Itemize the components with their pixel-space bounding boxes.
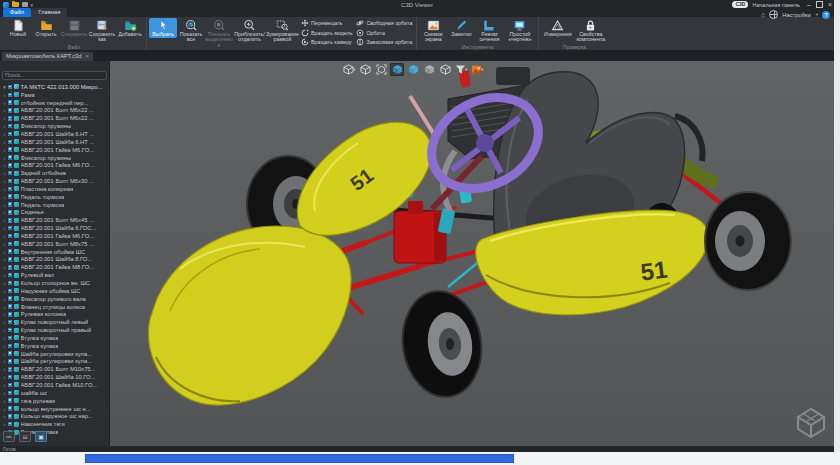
- tree-item[interactable]: ›Фланец ступицы колеса: [2, 303, 107, 311]
- tree-item[interactable]: ›Рулевой вал: [2, 271, 107, 279]
- home-icon[interactable]: ⌂: [761, 11, 765, 18]
- visibility-checkbox[interactable]: [8, 304, 13, 309]
- visibility-checkbox[interactable]: [8, 93, 13, 98]
- tree-item[interactable]: ›Втулка кулака: [2, 342, 107, 350]
- expand-caret-icon[interactable]: ›: [2, 249, 7, 255]
- document-tab[interactable]: Микроавтомобиль КАРТ.c3d ×: [2, 52, 93, 61]
- expand-caret-icon[interactable]: ›: [2, 209, 7, 215]
- tree-item[interactable]: ›Рама: [2, 91, 107, 99]
- expand-caret-icon[interactable]: ›: [2, 233, 7, 239]
- progress-bar[interactable]: [85, 454, 514, 463]
- tab-close-icon[interactable]: ×: [86, 52, 90, 61]
- shaded-mode-icon[interactable]: [390, 63, 404, 76]
- view-orientation-icon[interactable]: ▾: [342, 63, 356, 76]
- visibility-checkbox[interactable]: [8, 234, 13, 239]
- visibility-checkbox[interactable]: [8, 257, 13, 262]
- visibility-checkbox[interactable]: [8, 147, 13, 152]
- visibility-checkbox[interactable]: [8, 328, 13, 333]
- expand-caret-icon[interactable]: ›: [2, 123, 7, 129]
- visibility-checkbox[interactable]: [8, 320, 13, 325]
- expand-caret-icon[interactable]: ›: [2, 327, 7, 333]
- tree-root-item[interactable]: ▾ ТА МКТС 422.013.000 Микро...: [2, 83, 107, 91]
- show-all-button[interactable]: Показать все: [177, 18, 205, 44]
- expand-caret-icon[interactable]: ›: [2, 280, 7, 286]
- expand-caret-icon[interactable]: ›: [2, 398, 7, 404]
- visibility-checkbox[interactable]: [8, 391, 13, 396]
- expand-caret-icon[interactable]: ›: [2, 131, 7, 137]
- fit-all-icon[interactable]: [374, 63, 388, 76]
- tree-item[interactable]: ›Втулка кулака: [2, 334, 107, 342]
- tree-item[interactable]: ›Рулевая колонка: [2, 310, 107, 318]
- orbit-button[interactable]: Орбита: [356, 29, 412, 37]
- visibility-checkbox[interactable]: [8, 265, 13, 270]
- visibility-checkbox[interactable]: [8, 273, 13, 278]
- front-bumper-yellow[interactable]: [148, 226, 351, 405]
- open-folder-icon[interactable]: [12, 2, 19, 7]
- tree-filter-button[interactable]: ≔: [3, 431, 15, 442]
- close-button[interactable]: ×: [828, 0, 832, 9]
- tree-item[interactable]: ›Фиксатор рулевого вала: [2, 295, 107, 303]
- start-panel-button[interactable]: Начальная панель: [752, 2, 800, 8]
- visibility-checkbox[interactable]: [8, 194, 13, 199]
- rotate-camera-button[interactable]: Вращать камеру: [301, 38, 352, 46]
- tree-item[interactable]: ›шайба шс: [2, 389, 107, 397]
- visibility-checkbox[interactable]: [8, 336, 13, 341]
- tree-item[interactable]: ›Кольцо стопорное вн. ШС: [2, 279, 107, 287]
- expand-caret-icon[interactable]: ›: [2, 406, 7, 412]
- display-mode-a-icon[interactable]: [422, 63, 436, 76]
- zoom-in-out-button[interactable]: Приблизить/ отдалить: [233, 18, 266, 44]
- visibility-checkbox[interactable]: [8, 171, 13, 176]
- select-button[interactable]: Выбрать: [149, 18, 177, 38]
- visibility-checkbox[interactable]: [8, 210, 13, 215]
- tree-item[interactable]: ›Сиденье: [2, 209, 107, 217]
- tree-item[interactable]: ›АБВГ.20.001 Шайба 8.ГО...: [2, 256, 107, 264]
- search-input[interactable]: [2, 71, 107, 80]
- wheel-front[interactable]: [396, 286, 488, 402]
- tree-item[interactable]: ›АБВГ.20.001 Гайка М6.ГО...: [2, 161, 107, 169]
- expand-caret-icon[interactable]: ›: [2, 107, 7, 113]
- visibility-checkbox[interactable]: [8, 422, 13, 427]
- tree-item[interactable]: ›Пластина копирная: [2, 185, 107, 193]
- tree-item[interactable]: ›АБВГ.20.001 Болт М6х22 ...: [2, 107, 107, 115]
- visibility-checkbox[interactable]: [8, 367, 13, 372]
- free-orbit-button[interactable]: Свободная орбита: [356, 19, 412, 27]
- tab-file[interactable]: Файл: [3, 8, 31, 17]
- expand-caret-icon[interactable]: ›: [2, 115, 7, 121]
- expand-caret-icon[interactable]: ›: [2, 351, 7, 357]
- tree-item[interactable]: ›Задний отбойник: [2, 169, 107, 177]
- display-mode-b-icon[interactable]: [438, 63, 452, 76]
- expand-caret-icon[interactable]: ›: [2, 202, 7, 208]
- save-as-button[interactable]: Сохранить как: [88, 18, 116, 44]
- expand-caret-icon[interactable]: ›: [2, 217, 7, 223]
- expand-caret-icon[interactable]: ›: [2, 304, 7, 310]
- tab-home[interactable]: Главная: [31, 8, 67, 17]
- expand-caret-icon[interactable]: ›: [2, 343, 7, 349]
- visibility-checkbox[interactable]: [8, 406, 13, 411]
- settings-button[interactable]: Настройки: [782, 12, 810, 18]
- visibility-checkbox[interactable]: [8, 242, 13, 247]
- tree-item[interactable]: ›АБВГ.20.001 Гайка М10.ГО...: [2, 381, 107, 389]
- visibility-checkbox[interactable]: [8, 351, 13, 356]
- tree-item[interactable]: ›АБВГ.20.001 Болт М6х22 ...: [2, 114, 107, 122]
- visibility-checkbox[interactable]: [8, 218, 13, 223]
- tree-item[interactable]: ›Наружная обойма ШС: [2, 287, 107, 295]
- expand-caret-icon[interactable]: ›: [2, 413, 7, 419]
- maximize-button[interactable]: [816, 1, 823, 8]
- tree-item[interactable]: ›Фиксатор пружины: [2, 122, 107, 130]
- expand-caret-icon[interactable]: ›: [2, 194, 7, 200]
- simple-drawing-button[interactable]: Простой «чертёж»: [503, 18, 536, 44]
- tree-item[interactable]: ›АБВГ.20.001 Болт М8х75 ...: [2, 240, 107, 248]
- expand-caret-icon[interactable]: ›: [2, 92, 7, 98]
- visibility-checkbox[interactable]: [8, 140, 13, 145]
- new-button[interactable]: Новый: [4, 18, 32, 38]
- expand-caret-icon[interactable]: ▾: [2, 84, 7, 90]
- tree-item[interactable]: ›АБВГ.20.001 Шайба 10.ГО...: [2, 373, 107, 381]
- component-properties-button[interactable]: Свойства компонента: [574, 18, 607, 44]
- visibility-checkbox[interactable]: [8, 226, 13, 231]
- expand-caret-icon[interactable]: ›: [2, 139, 7, 145]
- visibility-checkbox[interactable]: [8, 163, 13, 168]
- visibility-checkbox[interactable]: [8, 249, 13, 254]
- expand-caret-icon[interactable]: ›: [2, 390, 7, 396]
- expand-caret-icon[interactable]: ›: [2, 155, 7, 161]
- tree-item[interactable]: ›АБВГ.20.001 Шайба 6.НТ ...: [2, 130, 107, 138]
